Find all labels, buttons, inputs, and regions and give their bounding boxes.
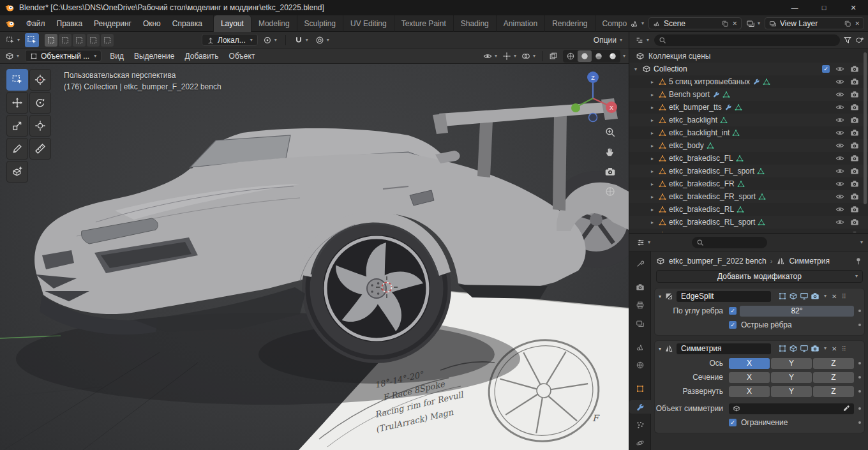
select-mode-extend[interactable]	[59, 34, 71, 47]
item-label[interactable]: etkc_brakedisc_FR_sport	[669, 192, 756, 201]
tool-annotate[interactable]	[6, 138, 28, 160]
bisect-z-button[interactable]: Z	[813, 372, 854, 383]
tab-modifiers[interactable]	[629, 400, 651, 414]
sharp-edges-checkbox[interactable]: ✓	[729, 321, 737, 329]
tab-shading[interactable]: Shading	[454, 15, 497, 32]
tab-layout[interactable]: Layout	[214, 15, 251, 32]
hide-eye-icon[interactable]	[835, 116, 844, 124]
flip-z-button[interactable]: Z	[813, 386, 854, 397]
navigation-gizmo[interactable]: Z X	[566, 69, 620, 123]
pivot-point-dropdown[interactable]: ▾	[261, 34, 279, 46]
render-camera-icon[interactable]	[850, 205, 859, 214]
overlays-dropdown[interactable]: ▾	[520, 50, 537, 62]
new-scene-icon[interactable]	[721, 20, 729, 27]
expand-icon[interactable]: ▸	[648, 194, 656, 200]
bisect-x-button[interactable]: X	[729, 372, 770, 383]
render-camera-icon[interactable]	[850, 116, 859, 124]
mode-dropdown[interactable]: Объектный ... ▾	[25, 50, 101, 62]
gizmos-dropdown[interactable]: ▾	[500, 50, 518, 62]
item-label[interactable]: Bench sport	[669, 90, 710, 99]
chevron-down-icon[interactable]: ▾	[860, 240, 863, 245]
tool-scale[interactable]	[6, 115, 28, 137]
animate-dot-icon[interactable]	[858, 310, 861, 312]
outliner-item[interactable]: ▸ Bench sport	[629, 88, 868, 101]
tool-measure[interactable]	[29, 138, 51, 160]
tab-object[interactable]	[629, 382, 651, 396]
outliner-item[interactable]: ▸ etkc_brakedisc_FL	[629, 152, 868, 165]
menu-object[interactable]: Объект	[225, 52, 260, 61]
remove-view-layer-icon[interactable]: ✕	[855, 20, 860, 27]
hide-eye-icon[interactable]	[835, 77, 844, 86]
hide-eye-icon[interactable]	[835, 141, 844, 150]
expand-icon[interactable]: ▸	[648, 79, 656, 85]
angle-value-field[interactable]: 82°	[740, 306, 854, 317]
outliner-item[interactable]: ▸ etkc_brakedisc_RL	[629, 203, 868, 216]
hide-eye-icon[interactable]	[835, 128, 844, 137]
outliner-item[interactable]: ▸	[629, 229, 868, 232]
outliner-item[interactable]: ▸ etkc_body	[629, 139, 868, 152]
item-label[interactable]: etkc_brakedisc_RL_sport	[669, 218, 755, 227]
pan-hand-icon[interactable]	[604, 146, 616, 158]
display-cage-toggle[interactable]	[778, 292, 787, 301]
select-mode-subtract[interactable]	[73, 34, 86, 47]
outliner-item[interactable]: ▸ etkc_brakedisc_FR	[629, 177, 868, 190]
menu-select[interactable]: Выделение	[130, 52, 179, 61]
flip-x-button[interactable]: X	[729, 386, 770, 397]
hide-eye-icon[interactable]	[835, 218, 844, 227]
outliner-item[interactable]: ▸ etkc_brakedisc_FR_sport	[629, 190, 868, 203]
clipping-checkbox[interactable]: ✓	[729, 419, 737, 426]
tab-physics[interactable]	[629, 437, 651, 450]
breadcrumb-modifier[interactable]: Симметрия	[789, 257, 830, 266]
select-mode-intersect[interactable]	[101, 34, 114, 47]
tool-rotate[interactable]	[29, 92, 51, 114]
item-label[interactable]: etkc_body	[669, 141, 704, 150]
tab-particles[interactable]	[629, 418, 651, 431]
tab-output[interactable]	[629, 299, 651, 312]
proportional-editing-toggle[interactable]: ▾	[313, 34, 331, 46]
tab-world[interactable]	[629, 358, 651, 371]
view-layer-selector[interactable]: View Layer ✕	[765, 17, 864, 29]
shading-material[interactable]	[592, 50, 606, 62]
properties-search-input[interactable]	[692, 237, 767, 248]
visibility-dropdown[interactable]: ▾	[481, 50, 499, 62]
eyedropper-icon[interactable]	[842, 405, 850, 412]
editor-type-dropdown[interactable]: ▾	[3, 50, 21, 62]
flip-y-button[interactable]: Y	[771, 386, 812, 397]
tab-view-layer[interactable]	[629, 317, 651, 330]
item-label[interactable]: etkc_brakedisc_FL_sport	[669, 167, 754, 176]
ortho-toggle-icon[interactable]	[604, 186, 616, 197]
chevron-down-icon[interactable]: ▾	[623, 54, 625, 59]
new-collection-icon[interactable]	[855, 36, 864, 45]
menu-add[interactable]: Добавить	[181, 52, 223, 61]
blender-menu-button[interactable]	[0, 19, 20, 29]
mirror-object-field[interactable]	[729, 403, 854, 414]
expand-icon[interactable]: ▾	[659, 294, 661, 299]
snap-toggle[interactable]: ▾	[292, 34, 310, 46]
camera-view-icon[interactable]	[604, 166, 616, 177]
tab-tool[interactable]	[629, 257, 651, 270]
drag-handle-icon[interactable]: ⠿	[841, 345, 846, 352]
render-camera-icon[interactable]	[850, 192, 859, 201]
tab-uv-editing[interactable]: UV Editing	[343, 15, 394, 32]
item-label[interactable]: etkc_brakedisc_FL	[669, 154, 733, 163]
angle-checkbox[interactable]: ✓	[729, 307, 737, 315]
render-camera-icon[interactable]	[850, 167, 859, 176]
display-editmode-toggle[interactable]	[789, 344, 798, 353]
render-camera-icon[interactable]	[850, 103, 859, 112]
tab-scene[interactable]	[629, 340, 651, 354]
active-tool-button[interactable]	[25, 33, 39, 47]
hide-eye-icon[interactable]	[835, 103, 844, 112]
extras-dropdown-icon[interactable]: ▾	[824, 294, 827, 299]
hide-eye-icon[interactable]	[835, 205, 844, 214]
xray-toggle[interactable]	[547, 50, 560, 62]
expand-icon[interactable]: ▸	[648, 117, 656, 123]
render-camera-icon[interactable]	[850, 218, 859, 227]
hide-eye-icon[interactable]	[835, 64, 844, 73]
hide-eye-icon[interactable]	[835, 230, 844, 232]
render-camera-icon[interactable]	[850, 141, 859, 150]
3d-viewport[interactable]: 18°-14°-20° F Race 8Spoke Racing rim for…	[0, 64, 629, 450]
expand-icon[interactable]: ▾	[632, 66, 640, 72]
animate-dot-icon[interactable]	[858, 421, 861, 424]
tab-compositing[interactable]: Compositing	[595, 15, 627, 32]
close-icon[interactable]: ✕	[832, 293, 837, 300]
